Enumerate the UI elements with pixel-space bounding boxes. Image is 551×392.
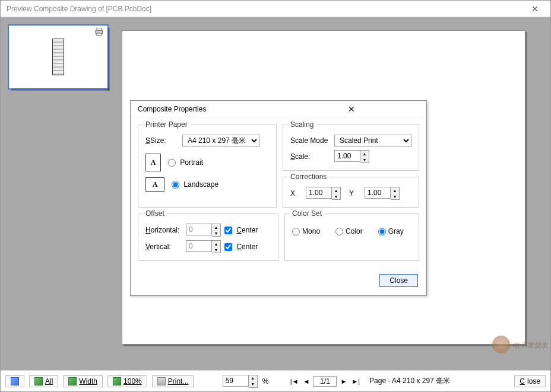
zoom-percent-label: % — [262, 377, 269, 385]
paper-size-select[interactable]: A4 210 x 297 毫米 — [182, 135, 259, 146]
color-color-radio[interactable] — [335, 228, 343, 235]
tile-button[interactable] — [5, 375, 24, 387]
pager-next[interactable]: ► — [339, 378, 348, 385]
landscape-icon: A — [145, 177, 164, 192]
zoom-100-button[interactable]: 100% — [107, 375, 147, 387]
pager-last[interactable]: ►| — [350, 378, 361, 385]
landscape-radio[interactable] — [172, 181, 179, 189]
dialog-close-footer-button[interactable]: Close — [379, 274, 418, 287]
scaling-group: Scaling Scale Mode Scaled Print Scale: — [283, 125, 419, 171]
scale-label: Scale: — [290, 152, 331, 161]
group-title-printer-paper: Printer Paper — [143, 120, 190, 129]
svg-rect-2 — [97, 33, 102, 36]
composite-properties-dialog: Composite Properties ✕ Printer Paper SSi… — [130, 100, 427, 296]
thumbnail-panel — [8, 24, 109, 363]
size-label: SSize: — [145, 136, 179, 145]
correction-y-label: Y — [349, 189, 356, 197]
pcb-preview-icon — [52, 39, 64, 75]
dialog-close-button[interactable]: ✕ — [280, 104, 423, 114]
offset-h-center[interactable]: Center — [224, 226, 258, 234]
group-title-scaling: Scaling — [288, 120, 316, 129]
page-icon — [34, 377, 43, 385]
printer-icon — [94, 28, 104, 38]
pager: |◄ ◄ ► ►| — [289, 376, 361, 387]
color-color-option[interactable]: Color — [335, 227, 363, 235]
scale-spinner[interactable]: ▲▼ — [334, 150, 369, 163]
page-icon — [68, 377, 77, 385]
offset-v-input — [186, 240, 212, 252]
toolbar-close-button[interactable]: Close — [514, 375, 546, 387]
offset-h-spinner[interactable]: ▲▼ — [186, 224, 221, 237]
pager-input[interactable] — [313, 376, 337, 387]
portrait-radio[interactable] — [168, 159, 176, 167]
offset-v-center[interactable]: Center — [224, 243, 258, 251]
page-thumbnail[interactable] — [8, 24, 109, 90]
color-gray-radio[interactable] — [378, 228, 386, 235]
color-mono-option[interactable]: Mono — [292, 227, 320, 235]
tile-icon — [11, 377, 19, 385]
offset-h-label: Horizontal: — [145, 226, 182, 234]
window-close-button[interactable]: ✕ — [523, 4, 547, 14]
window-title: Preview Composite Drawing of [PCB.PcbDoc… — [7, 5, 523, 13]
page-info-label: Page - A4 210 x 297 毫米 — [369, 376, 450, 386]
correction-y-input[interactable] — [365, 187, 391, 199]
scale-input[interactable] — [334, 150, 360, 162]
scale-up[interactable]: ▲ — [360, 151, 369, 157]
offset-h-input — [186, 224, 212, 235]
zoom-width-button[interactable]: Width — [63, 375, 103, 387]
correction-x-label: X — [290, 189, 297, 197]
offset-h-center-checkbox[interactable] — [224, 227, 232, 234]
correction-x-spinner[interactable]: ▲▼ — [306, 187, 341, 200]
group-title-offset: Offset — [143, 209, 167, 218]
group-title-colorset: Color Set — [290, 209, 324, 218]
bottom-toolbar: All Width 100% Print... ▲▼ % |◄ ◄ ► ►| P… — [1, 370, 550, 391]
svg-rect-1 — [97, 28, 102, 30]
zoom-all-button[interactable]: All — [29, 375, 58, 387]
corrections-group: Corrections X ▲▼ Y ▲▼ — [283, 177, 419, 208]
scale-mode-select[interactable]: Scaled Print — [334, 135, 411, 146]
printer-icon — [157, 377, 166, 385]
preview-window: Preview Composite Drawing of [PCB.PcbDoc… — [0, 0, 551, 392]
portrait-icon: A — [145, 154, 161, 171]
landscape-option[interactable]: Landscape — [172, 180, 218, 189]
printer-paper-group: Printer Paper SSize: A4 210 x 297 毫米 A — [138, 125, 277, 208]
offset-v-spinner[interactable]: ▲▼ — [186, 240, 221, 253]
correction-x-input[interactable] — [306, 187, 332, 199]
offset-v-label: Vertical: — [145, 243, 182, 251]
dialog-titlebar: Composite Properties ✕ — [131, 101, 426, 117]
portrait-option[interactable]: Portrait — [168, 158, 203, 167]
dialog-title: Composite Properties — [138, 105, 280, 113]
color-gray-option[interactable]: Gray — [378, 227, 404, 235]
correction-y-spinner[interactable]: ▲▼ — [365, 187, 400, 200]
workspace: Composite Properties ✕ Printer Paper SSi… — [1, 17, 550, 370]
color-set-group: Color Set Mono Color Gray — [284, 213, 419, 261]
titlebar: Preview Composite Drawing of [PCB.PcbDoc… — [1, 1, 550, 17]
print-button[interactable]: Print... — [152, 375, 194, 387]
pager-first[interactable]: |◄ — [289, 378, 300, 385]
offset-group: Offset Horizontal: ▲▼ Center — [138, 213, 278, 261]
scale-mode-label: Scale Mode — [290, 136, 331, 145]
pager-prev[interactable]: ◄ — [302, 378, 311, 385]
zoom-spinner[interactable]: ▲▼ — [223, 375, 258, 388]
group-title-corrections: Corrections — [288, 173, 329, 181]
color-mono-radio[interactable] — [292, 228, 300, 235]
scale-down[interactable]: ▼ — [360, 157, 369, 162]
page-icon — [113, 377, 121, 385]
offset-v-center-checkbox[interactable] — [224, 243, 232, 251]
zoom-input[interactable] — [223, 375, 249, 387]
